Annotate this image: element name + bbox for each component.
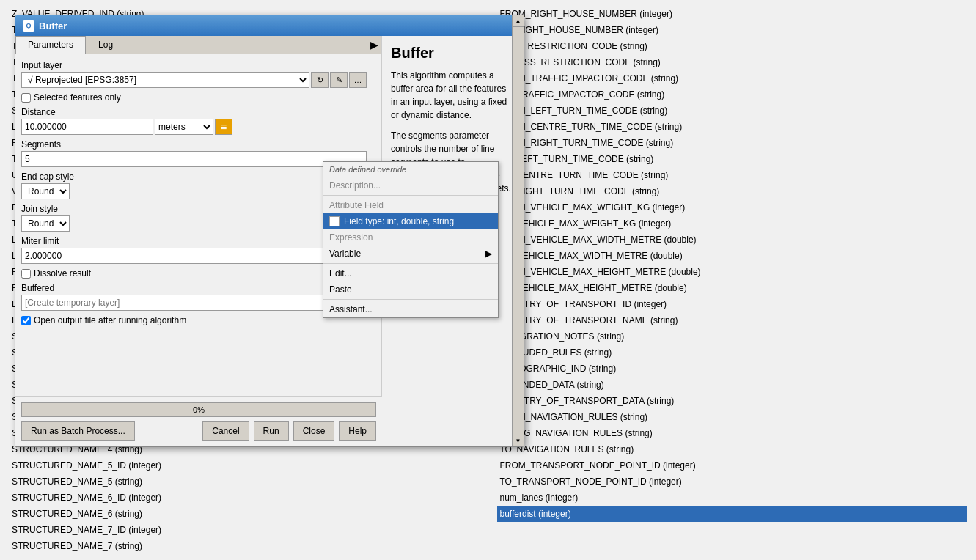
buffered-row: … bbox=[21, 295, 367, 311]
end-cap-group: End cap style Round bbox=[21, 172, 367, 199]
menu-separator-2 bbox=[323, 263, 498, 264]
distance-group: Distance meters ≡ bbox=[21, 107, 367, 135]
segments-input[interactable] bbox=[21, 151, 367, 167]
run-btn[interactable]: Run bbox=[254, 421, 289, 441]
attr-item[interactable]: MINISTRY_OF_TRANSPORT_DATA (string) bbox=[497, 393, 968, 409]
more-input-btn[interactable]: … bbox=[349, 72, 367, 88]
attr-item[interactable]: FROM_LEFT_TURN_TIME_CODE (string) bbox=[497, 103, 968, 119]
attr-item[interactable]: STRUCTURED_NAME_7 (string) bbox=[9, 538, 480, 554]
data-defined-distance-btn[interactable]: ≡ bbox=[215, 119, 232, 135]
menu-item-variable[interactable]: Variable ▶ bbox=[323, 246, 498, 262]
attr-item[interactable]: FROM_RIGHT_HOUSE_NUMBER (integer) bbox=[497, 6, 968, 22]
menu-item-description[interactable]: Description... bbox=[323, 177, 498, 194]
tab-log[interactable]: Log bbox=[86, 36, 125, 54]
attr-item[interactable]: TO_LEFT_TURN_TIME_CODE (string) bbox=[497, 151, 968, 167]
attr-item[interactable]: FROM_TRAFFIC_IMPACTOR_CODE (string) bbox=[497, 70, 968, 86]
attr-item[interactable]: TO_NAVIGATION_RULES (string) bbox=[497, 441, 968, 457]
input-layer-group: Input layer √ Reprojected [EPSG:3857] ↻ … bbox=[21, 60, 367, 88]
attr-item[interactable]: STRUCTURED_NAME_6_ID (integer) bbox=[9, 490, 480, 506]
progress-text: 0% bbox=[193, 405, 205, 414]
attr-column-right: FROM_RIGHT_HOUSE_NUMBER (integer)TO_RIGH… bbox=[488, 0, 977, 560]
context-menu: Data defined override Description... Att… bbox=[323, 161, 499, 318]
run-batch-btn[interactable]: Run as Batch Process... bbox=[21, 421, 135, 441]
attr-item[interactable]: STRUCTURED_NAME_6 (string) bbox=[9, 506, 480, 522]
attr-item[interactable]: TO_VEHICLE_MAX_WEIGHT_KG (integer) bbox=[497, 215, 968, 232]
attr-item[interactable]: FROM_RIGHT_TURN_TIME_CODE (string) bbox=[497, 135, 968, 151]
miter-limit-group: Miter limit bbox=[21, 236, 367, 264]
attr-item[interactable]: FROM_CENTRE_TURN_TIME_CODE (string) bbox=[497, 119, 968, 135]
distance-input[interactable] bbox=[21, 119, 153, 135]
open-output-label: Open output file after running algorithm bbox=[34, 315, 186, 325]
attr-item[interactable]: MINISTRY_OF_TRANSPORT_NAME (string) bbox=[497, 312, 968, 328]
attr-item[interactable]: TO_TRANSPORT_NODE_POINT_ID (integer) bbox=[497, 474, 968, 490]
attr-item[interactable]: FROM_TRANSPORT_NODE_POINT_ID (integer) bbox=[497, 457, 968, 474]
edit-input-btn[interactable]: ✎ bbox=[330, 72, 348, 88]
attr-item[interactable]: FROM_VEHICLE_MAX_WIDTH_METRE (double) bbox=[497, 232, 968, 248]
menu-item-attribute-field-label: Attribute Field bbox=[323, 197, 498, 213]
cancel-btn[interactable]: Cancel bbox=[202, 421, 249, 441]
menu-item-paste[interactable]: Paste bbox=[323, 281, 498, 298]
buffered-label: Buffered bbox=[21, 283, 367, 293]
attr-item[interactable]: bufferdist (integer) bbox=[497, 506, 968, 522]
refresh-input-btn[interactable]: ↻ bbox=[311, 72, 329, 88]
buffered-input[interactable] bbox=[21, 295, 348, 311]
selected-features-checkbox[interactable] bbox=[21, 93, 31, 103]
attr-item[interactable]: FROM_VEHICLE_MAX_WEIGHT_KG (integer) bbox=[497, 199, 968, 215]
unit-select[interactable]: meters bbox=[155, 119, 213, 135]
selected-features-label: Selected features only bbox=[34, 92, 121, 103]
progress-bar: 0% bbox=[21, 402, 376, 417]
input-layer-label: Input layer bbox=[21, 60, 367, 70]
dissolve-checkbox[interactable] bbox=[21, 269, 31, 279]
input-layer-row: √ Reprojected [EPSG:3857] ↻ ✎ … bbox=[21, 72, 367, 88]
attr-item[interactable]: ALONG_NAVIGATION_RULES (string) bbox=[497, 425, 968, 441]
attr-item[interactable]: FROM_VEHICLE_MAX_HEIGHT_METRE (double) bbox=[497, 264, 968, 280]
attr-item[interactable]: STRUCTURED_NAME_5 (string) bbox=[9, 474, 480, 490]
menu-item-edit[interactable]: Edit... bbox=[323, 265, 498, 281]
dialog-title: Buffer bbox=[39, 21, 67, 32]
dialog-titlebar: Q Buffer bbox=[15, 15, 524, 36]
attr-item[interactable]: EXTENDED_DATA (string) bbox=[497, 377, 968, 393]
attr-item[interactable]: EXCLUDED_RULES (string) bbox=[497, 345, 968, 361]
tab-parameters[interactable]: Parameters bbox=[15, 36, 86, 54]
attr-item[interactable]: DEMOGRAPHIC_IND (string) bbox=[497, 361, 968, 377]
attr-item[interactable]: MINISTRY_OF_TRANSPORT_ID (integer) bbox=[497, 296, 968, 312]
join-style-select[interactable]: Round bbox=[21, 215, 70, 232]
context-menu-header: Data defined override bbox=[323, 162, 498, 177]
attr-item[interactable]: TO_VEHICLE_MAX_WIDTH_METRE (double) bbox=[497, 248, 968, 264]
menu-separator-1 bbox=[323, 195, 498, 196]
attr-item[interactable]: LANE_RESTRICTION_CODE (string) bbox=[497, 38, 968, 54]
scroll-down-btn[interactable]: ▼ bbox=[513, 435, 524, 446]
attr-item[interactable]: ACCESS_RESTRICTION_CODE (string) bbox=[497, 54, 968, 70]
expand-icon[interactable]: ▶ bbox=[370, 39, 378, 51]
attr-item[interactable]: num_lanes (integer) bbox=[497, 490, 968, 506]
help-btn[interactable]: Help bbox=[339, 421, 376, 441]
scroll-track[interactable]: ▲ ▼ bbox=[512, 15, 524, 446]
attr-item[interactable]: TO_RIGHT_TURN_TIME_CODE (string) bbox=[497, 183, 968, 199]
open-output-checkbox[interactable] bbox=[21, 316, 31, 325]
attr-item[interactable]: TO_VEHICLE_MAX_HEIGHT_METRE (double) bbox=[497, 280, 968, 296]
attr-item[interactable]: TO_RIGHT_HOUSE_NUMBER (integer) bbox=[497, 22, 968, 38]
input-layer-select[interactable]: √ Reprojected [EPSG:3857] bbox=[21, 72, 309, 88]
dissolve-label: Dissolve result bbox=[34, 268, 91, 279]
scroll-up-btn[interactable]: ▲ bbox=[513, 15, 524, 27]
distance-label: Distance bbox=[21, 107, 367, 117]
segments-label: Segments bbox=[21, 139, 367, 150]
join-style-group: Join style Round bbox=[21, 204, 367, 232]
attr-item[interactable]: INTEGRATION_NOTES (string) bbox=[497, 328, 968, 345]
join-style-label: Join style bbox=[21, 204, 367, 214]
menu-item-assistant[interactable]: Assistant... bbox=[323, 301, 498, 317]
selected-features-row: Selected features only bbox=[21, 92, 367, 103]
buffered-group: Buffered … bbox=[21, 283, 367, 311]
bottom-bar: 0% Run as Batch Process... Cancel Run Cl… bbox=[15, 396, 382, 446]
attr-item[interactable]: TO_CENTRE_TURN_TIME_CODE (string) bbox=[497, 167, 968, 183]
close-btn[interactable]: Close bbox=[293, 421, 335, 441]
attr-item[interactable]: STRUCTURED_NAME_5_ID (integer) bbox=[9, 457, 480, 474]
miter-limit-input[interactable] bbox=[21, 248, 367, 264]
end-cap-select[interactable]: Round bbox=[21, 183, 70, 199]
menu-item-field-type[interactable]: Field type: int, double, string bbox=[323, 213, 498, 229]
attr-item[interactable]: TO_TRAFFIC_IMPACTOR_CODE (string) bbox=[497, 86, 968, 103]
open-output-row: Open output file after running algorithm bbox=[21, 315, 367, 325]
qgis-icon: Q bbox=[23, 20, 34, 32]
attr-item[interactable]: FROM_NAVIGATION_RULES (string) bbox=[497, 409, 968, 425]
attr-item[interactable]: STRUCTURED_NAME_7_ID (integer) bbox=[9, 522, 480, 538]
